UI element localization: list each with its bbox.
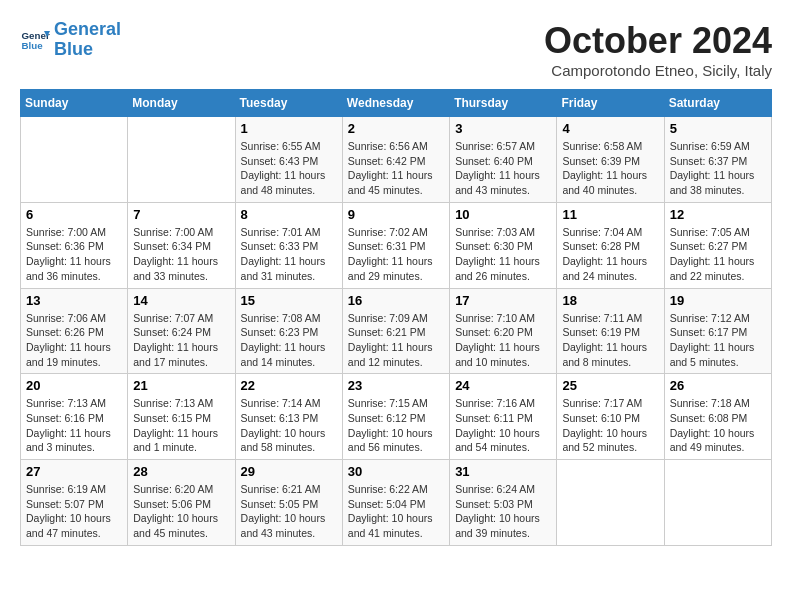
calendar-week-5: 27Sunrise: 6:19 AMSunset: 5:07 PMDayligh…	[21, 460, 772, 546]
day-number: 4	[562, 121, 658, 136]
day-info: Sunrise: 7:01 AMSunset: 6:33 PMDaylight:…	[241, 225, 337, 284]
day-info: Sunrise: 7:00 AMSunset: 6:34 PMDaylight:…	[133, 225, 229, 284]
day-number: 17	[455, 293, 551, 308]
calendar-cell: 24Sunrise: 7:16 AMSunset: 6:11 PMDayligh…	[450, 374, 557, 460]
calendar-cell: 13Sunrise: 7:06 AMSunset: 6:26 PMDayligh…	[21, 288, 128, 374]
day-number: 26	[670, 378, 766, 393]
logo: General Blue GeneralBlue	[20, 20, 121, 60]
calendar-cell: 26Sunrise: 7:18 AMSunset: 6:08 PMDayligh…	[664, 374, 771, 460]
day-info: Sunrise: 7:02 AMSunset: 6:31 PMDaylight:…	[348, 225, 444, 284]
day-info: Sunrise: 7:10 AMSunset: 6:20 PMDaylight:…	[455, 311, 551, 370]
day-number: 20	[26, 378, 122, 393]
day-number: 2	[348, 121, 444, 136]
day-number: 19	[670, 293, 766, 308]
day-number: 27	[26, 464, 122, 479]
calendar-cell: 27Sunrise: 6:19 AMSunset: 5:07 PMDayligh…	[21, 460, 128, 546]
calendar-cell: 11Sunrise: 7:04 AMSunset: 6:28 PMDayligh…	[557, 202, 664, 288]
day-info: Sunrise: 7:03 AMSunset: 6:30 PMDaylight:…	[455, 225, 551, 284]
calendar-cell: 6Sunrise: 7:00 AMSunset: 6:36 PMDaylight…	[21, 202, 128, 288]
day-info: Sunrise: 7:00 AMSunset: 6:36 PMDaylight:…	[26, 225, 122, 284]
logo-icon: General Blue	[20, 25, 50, 55]
calendar-cell: 31Sunrise: 6:24 AMSunset: 5:03 PMDayligh…	[450, 460, 557, 546]
day-info: Sunrise: 6:21 AMSunset: 5:05 PMDaylight:…	[241, 482, 337, 541]
day-info: Sunrise: 6:56 AMSunset: 6:42 PMDaylight:…	[348, 139, 444, 198]
day-number: 13	[26, 293, 122, 308]
day-number: 11	[562, 207, 658, 222]
calendar-cell: 25Sunrise: 7:17 AMSunset: 6:10 PMDayligh…	[557, 374, 664, 460]
day-info: Sunrise: 6:19 AMSunset: 5:07 PMDaylight:…	[26, 482, 122, 541]
calendar-cell: 5Sunrise: 6:59 AMSunset: 6:37 PMDaylight…	[664, 117, 771, 203]
calendar-header-row: SundayMondayTuesdayWednesdayThursdayFrid…	[21, 90, 772, 117]
calendar-week-1: 1Sunrise: 6:55 AMSunset: 6:43 PMDaylight…	[21, 117, 772, 203]
calendar-cell: 23Sunrise: 7:15 AMSunset: 6:12 PMDayligh…	[342, 374, 449, 460]
calendar-cell: 18Sunrise: 7:11 AMSunset: 6:19 PMDayligh…	[557, 288, 664, 374]
month-title: October 2024	[544, 20, 772, 62]
day-info: Sunrise: 7:04 AMSunset: 6:28 PMDaylight:…	[562, 225, 658, 284]
day-info: Sunrise: 7:18 AMSunset: 6:08 PMDaylight:…	[670, 396, 766, 455]
svg-text:Blue: Blue	[22, 40, 44, 51]
day-number: 10	[455, 207, 551, 222]
day-info: Sunrise: 6:24 AMSunset: 5:03 PMDaylight:…	[455, 482, 551, 541]
day-number: 24	[455, 378, 551, 393]
day-info: Sunrise: 6:55 AMSunset: 6:43 PMDaylight:…	[241, 139, 337, 198]
calendar-cell: 28Sunrise: 6:20 AMSunset: 5:06 PMDayligh…	[128, 460, 235, 546]
day-info: Sunrise: 6:57 AMSunset: 6:40 PMDaylight:…	[455, 139, 551, 198]
day-number: 8	[241, 207, 337, 222]
calendar-cell	[557, 460, 664, 546]
calendar-cell: 20Sunrise: 7:13 AMSunset: 6:16 PMDayligh…	[21, 374, 128, 460]
day-info: Sunrise: 7:05 AMSunset: 6:27 PMDaylight:…	[670, 225, 766, 284]
calendar-cell: 21Sunrise: 7:13 AMSunset: 6:15 PMDayligh…	[128, 374, 235, 460]
calendar-cell: 3Sunrise: 6:57 AMSunset: 6:40 PMDaylight…	[450, 117, 557, 203]
day-info: Sunrise: 7:13 AMSunset: 6:15 PMDaylight:…	[133, 396, 229, 455]
day-number: 3	[455, 121, 551, 136]
day-number: 9	[348, 207, 444, 222]
logo-text: GeneralBlue	[54, 20, 121, 60]
day-number: 29	[241, 464, 337, 479]
location: Camporotondo Etneo, Sicily, Italy	[544, 62, 772, 79]
day-info: Sunrise: 7:06 AMSunset: 6:26 PMDaylight:…	[26, 311, 122, 370]
day-info: Sunrise: 7:16 AMSunset: 6:11 PMDaylight:…	[455, 396, 551, 455]
calendar-cell	[128, 117, 235, 203]
day-info: Sunrise: 7:08 AMSunset: 6:23 PMDaylight:…	[241, 311, 337, 370]
column-header-sunday: Sunday	[21, 90, 128, 117]
day-info: Sunrise: 7:07 AMSunset: 6:24 PMDaylight:…	[133, 311, 229, 370]
calendar-cell: 19Sunrise: 7:12 AMSunset: 6:17 PMDayligh…	[664, 288, 771, 374]
day-number: 14	[133, 293, 229, 308]
day-number: 23	[348, 378, 444, 393]
column-header-tuesday: Tuesday	[235, 90, 342, 117]
day-info: Sunrise: 6:58 AMSunset: 6:39 PMDaylight:…	[562, 139, 658, 198]
calendar-week-4: 20Sunrise: 7:13 AMSunset: 6:16 PMDayligh…	[21, 374, 772, 460]
day-number: 18	[562, 293, 658, 308]
calendar-week-2: 6Sunrise: 7:00 AMSunset: 6:36 PMDaylight…	[21, 202, 772, 288]
column-header-wednesday: Wednesday	[342, 90, 449, 117]
calendar-cell: 8Sunrise: 7:01 AMSunset: 6:33 PMDaylight…	[235, 202, 342, 288]
day-number: 5	[670, 121, 766, 136]
day-info: Sunrise: 7:09 AMSunset: 6:21 PMDaylight:…	[348, 311, 444, 370]
day-info: Sunrise: 7:12 AMSunset: 6:17 PMDaylight:…	[670, 311, 766, 370]
day-number: 7	[133, 207, 229, 222]
day-info: Sunrise: 7:13 AMSunset: 6:16 PMDaylight:…	[26, 396, 122, 455]
calendar-cell: 30Sunrise: 6:22 AMSunset: 5:04 PMDayligh…	[342, 460, 449, 546]
day-number: 1	[241, 121, 337, 136]
day-number: 22	[241, 378, 337, 393]
column-header-thursday: Thursday	[450, 90, 557, 117]
day-number: 28	[133, 464, 229, 479]
day-info: Sunrise: 7:17 AMSunset: 6:10 PMDaylight:…	[562, 396, 658, 455]
calendar-cell: 4Sunrise: 6:58 AMSunset: 6:39 PMDaylight…	[557, 117, 664, 203]
title-block: October 2024 Camporotondo Etneo, Sicily,…	[544, 20, 772, 79]
calendar-cell	[664, 460, 771, 546]
column-header-saturday: Saturday	[664, 90, 771, 117]
calendar-cell: 22Sunrise: 7:14 AMSunset: 6:13 PMDayligh…	[235, 374, 342, 460]
calendar-cell	[21, 117, 128, 203]
day-info: Sunrise: 6:20 AMSunset: 5:06 PMDaylight:…	[133, 482, 229, 541]
calendar-cell: 7Sunrise: 7:00 AMSunset: 6:34 PMDaylight…	[128, 202, 235, 288]
day-number: 12	[670, 207, 766, 222]
calendar-cell: 2Sunrise: 6:56 AMSunset: 6:42 PMDaylight…	[342, 117, 449, 203]
day-number: 31	[455, 464, 551, 479]
day-info: Sunrise: 7:11 AMSunset: 6:19 PMDaylight:…	[562, 311, 658, 370]
column-header-monday: Monday	[128, 90, 235, 117]
day-info: Sunrise: 6:59 AMSunset: 6:37 PMDaylight:…	[670, 139, 766, 198]
day-info: Sunrise: 7:14 AMSunset: 6:13 PMDaylight:…	[241, 396, 337, 455]
day-number: 15	[241, 293, 337, 308]
day-info: Sunrise: 7:15 AMSunset: 6:12 PMDaylight:…	[348, 396, 444, 455]
